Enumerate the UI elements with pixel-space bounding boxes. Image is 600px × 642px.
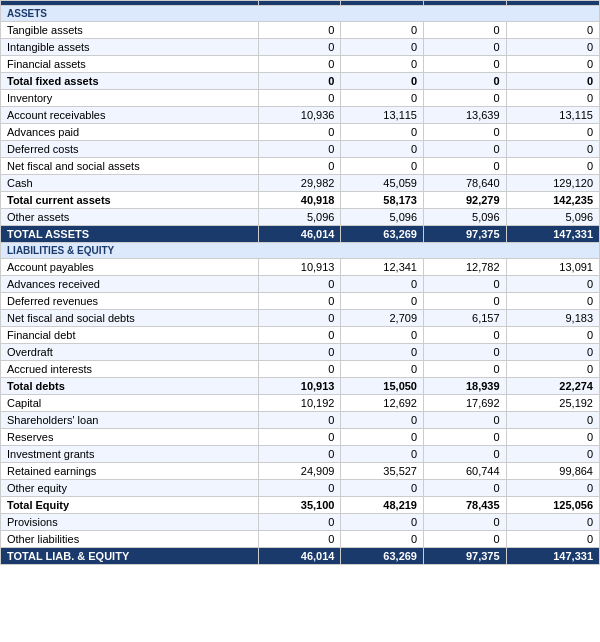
row-value: 12,692 [341,395,424,412]
row-value: 2,709 [341,310,424,327]
row-value: 10,192 [258,395,341,412]
table-row: Capital10,19212,69217,69225,192 [1,395,600,412]
table-row: ASSETS [1,6,600,22]
table-row: Deferred costs0000 [1,141,600,158]
table-row: Total current assets40,91858,17392,27914… [1,192,600,209]
row-value: 0 [506,56,599,73]
table-row: Account receivables10,93613,11513,63913,… [1,107,600,124]
row-value: 0 [341,158,424,175]
row-value: 0 [424,158,507,175]
row-value: 13,115 [341,107,424,124]
table-row: Other assets5,0965,0965,0965,096 [1,209,600,226]
row-value: 0 [258,327,341,344]
row-value: 0 [424,412,507,429]
row-label: TOTAL LIAB. & EQUITY [1,548,259,565]
row-value: 0 [424,344,507,361]
row-value: 0 [424,56,507,73]
section-header-label: LIABILITIES & EQUITY [1,243,600,259]
row-value: 0 [506,480,599,497]
row-value: 147,331 [506,548,599,565]
table-row: Net fiscal and social assets0000 [1,158,600,175]
row-value: 0 [258,480,341,497]
row-label: Accrued interests [1,361,259,378]
row-value: 0 [341,480,424,497]
row-value: 0 [341,514,424,531]
row-label: Tangible assets [1,22,259,39]
table-row: Deferred revenues0000 [1,293,600,310]
table-row: Financial debt0000 [1,327,600,344]
table-row: Overdraft0000 [1,344,600,361]
row-value: 0 [506,361,599,378]
row-value: 0 [258,514,341,531]
row-value: 0 [424,276,507,293]
row-value: 60,744 [424,463,507,480]
row-label: Other assets [1,209,259,226]
row-value: 0 [424,531,507,548]
row-value: 12,341 [341,259,424,276]
row-value: 0 [506,90,599,107]
row-label: Net fiscal and social assets [1,158,259,175]
row-label: Total fixed assets [1,73,259,90]
row-value: 0 [424,90,507,107]
row-value: 0 [424,39,507,56]
row-value: 63,269 [341,226,424,243]
row-value: 0 [424,429,507,446]
row-value: 35,100 [258,497,341,514]
table-row: Shareholders' loan0000 [1,412,600,429]
table-row: Total debts10,91315,05018,93922,274 [1,378,600,395]
row-value: 97,375 [424,548,507,565]
row-value: 13,639 [424,107,507,124]
row-value: 46,014 [258,548,341,565]
row-value: 35,527 [341,463,424,480]
row-value: 0 [258,531,341,548]
row-value: 99,864 [506,463,599,480]
section-header-label: ASSETS [1,6,600,22]
row-value: 6,157 [424,310,507,327]
row-label: Total Equity [1,497,259,514]
row-value: 0 [506,293,599,310]
row-value: 5,096 [506,209,599,226]
row-value: 0 [424,22,507,39]
row-value: 0 [506,158,599,175]
table-row: Reserves0000 [1,429,600,446]
row-value: 0 [341,276,424,293]
table-row: Other liabilities0000 [1,531,600,548]
row-value: 0 [341,39,424,56]
row-value: 0 [506,327,599,344]
row-label: Intangible assets [1,39,259,56]
row-value: 0 [341,124,424,141]
row-value: 13,115 [506,107,599,124]
table-row: Cash29,98245,05978,640129,120 [1,175,600,192]
row-value: 0 [341,141,424,158]
row-value: 9,183 [506,310,599,327]
row-value: 0 [258,310,341,327]
row-value: 0 [506,276,599,293]
table-row: Accrued interests0000 [1,361,600,378]
row-value: 0 [506,344,599,361]
row-value: 0 [258,446,341,463]
table-row: Intangible assets0000 [1,39,600,56]
row-label: Cash [1,175,259,192]
row-value: 92,279 [424,192,507,209]
row-value: 0 [341,446,424,463]
row-value: 142,235 [506,192,599,209]
row-value: 0 [506,124,599,141]
row-label: Net fiscal and social debts [1,310,259,327]
balance-sheet-table: ASSETSTangible assets0000Intangible asse… [0,0,600,565]
table-row: LIABILITIES & EQUITY [1,243,600,259]
row-label: Overdraft [1,344,259,361]
row-value: 0 [341,344,424,361]
row-value: 0 [341,22,424,39]
row-value: 0 [258,344,341,361]
row-label: Total current assets [1,192,259,209]
row-value: 0 [424,124,507,141]
row-value: 125,056 [506,497,599,514]
row-value: 0 [258,429,341,446]
row-value: 0 [258,361,341,378]
table-row: Total fixed assets0000 [1,73,600,90]
row-value: 63,269 [341,548,424,565]
row-label: Deferred costs [1,141,259,158]
row-value: 0 [258,276,341,293]
row-label: Provisions [1,514,259,531]
row-value: 10,913 [258,378,341,395]
